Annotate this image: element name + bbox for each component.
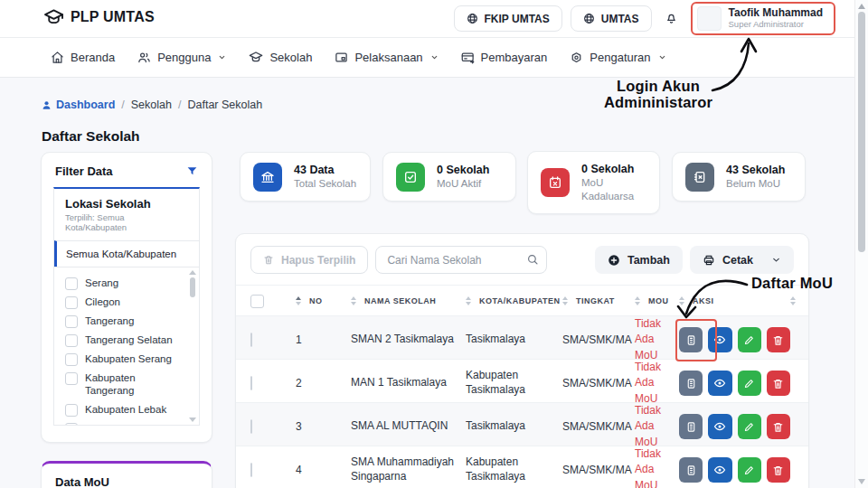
location-option[interactable]: Kabupaten Pandeglang bbox=[54, 419, 199, 425]
col-header-name[interactable]: NAMA SEKOLAH bbox=[364, 296, 436, 305]
checkbox[interactable] bbox=[65, 296, 78, 309]
mou-file-button[interactable] bbox=[679, 457, 703, 483]
scroll-down-icon[interactable] bbox=[858, 479, 865, 484]
delete-button[interactable] bbox=[767, 457, 790, 483]
users-icon bbox=[137, 51, 151, 64]
cell-level: SMA/SMK/MA bbox=[552, 377, 624, 389]
scroll-up-icon[interactable] bbox=[189, 270, 196, 275]
location-options-list[interactable]: Serang Cilegon Tangerang Tangerang Selat… bbox=[54, 267, 199, 425]
mou-file-button[interactable] bbox=[679, 371, 703, 396]
location-selected-note: Terpilih: Semua Kota/Kabupaten bbox=[54, 211, 199, 240]
location-option[interactable]: Cilegon bbox=[54, 293, 199, 312]
nav-item-pengaturan[interactable]: Pengaturan bbox=[570, 51, 665, 64]
breadcrumb-dashboard[interactable]: Dashboard bbox=[42, 99, 115, 111]
location-option[interactable]: Serang bbox=[54, 274, 199, 293]
sort-icon[interactable] bbox=[635, 296, 640, 305]
filter-title: Filter Data bbox=[55, 164, 113, 178]
row-checkbox[interactable] bbox=[250, 419, 252, 434]
select-all-checkbox[interactable] bbox=[250, 295, 264, 308]
print-button[interactable]: Cetak bbox=[690, 246, 794, 274]
edit-button[interactable] bbox=[738, 414, 761, 439]
location-option[interactable]: Kabupaten Lebak bbox=[54, 400, 199, 419]
row-checkbox[interactable] bbox=[250, 376, 252, 390]
checkbox[interactable] bbox=[65, 372, 78, 385]
col-header-no[interactable]: NO bbox=[309, 296, 323, 305]
checkbox[interactable] bbox=[65, 404, 78, 417]
checkbox[interactable] bbox=[65, 423, 78, 425]
view-button[interactable] bbox=[708, 414, 731, 439]
brand[interactable]: PLP UMTAS bbox=[43, 8, 155, 25]
cell-no: 3 bbox=[278, 420, 340, 433]
scroll-down-icon[interactable] bbox=[189, 418, 196, 422]
fkip-umtas-button[interactable]: FKIP UMTAS bbox=[454, 5, 562, 32]
umtas-button[interactable]: UMTAS bbox=[571, 5, 652, 32]
home-icon bbox=[51, 51, 64, 64]
cell-level: SMA/SMK/MA bbox=[552, 333, 624, 346]
sort-icon[interactable] bbox=[466, 296, 471, 305]
sort-icon[interactable] bbox=[296, 296, 301, 305]
checkbox[interactable] bbox=[65, 315, 78, 328]
col-header-level[interactable]: TINGKAT bbox=[576, 296, 615, 305]
chevron-down-icon bbox=[218, 53, 226, 61]
scroll-up-icon[interactable] bbox=[858, 4, 865, 9]
cell-city: Tasikmalaya bbox=[455, 419, 552, 434]
location-option[interactable]: Kabupaten Tangerang bbox=[54, 369, 199, 400]
view-button[interactable] bbox=[708, 371, 731, 396]
row-checkbox[interactable] bbox=[250, 333, 252, 347]
delete-selected-button[interactable]: Hapus Terpilih bbox=[250, 246, 368, 274]
sort-icon[interactable] bbox=[679, 296, 684, 305]
delete-button[interactable] bbox=[767, 327, 790, 352]
row-checkbox[interactable] bbox=[250, 463, 252, 477]
page-scrollbar[interactable] bbox=[854, 0, 868, 488]
cell-mou-status: Tidak Ada MoU bbox=[624, 403, 674, 450]
nav-item-sekolah[interactable]: Sekolah bbox=[249, 51, 312, 64]
mou-file-button[interactable] bbox=[679, 327, 703, 352]
cell-no: 1 bbox=[278, 333, 340, 346]
mou-file-button[interactable] bbox=[679, 414, 703, 439]
top-bar: PLP UMTAS FKIP UMTAS UMTAS bbox=[0, 0, 868, 38]
bell-icon[interactable] bbox=[665, 11, 678, 26]
nav-item-pembayaran[interactable]: Pembayaran bbox=[461, 51, 548, 64]
scroll-thumb[interactable] bbox=[190, 277, 195, 297]
sort-icon[interactable] bbox=[562, 296, 568, 305]
nav-item-beranda[interactable]: Beranda bbox=[51, 51, 115, 64]
breadcrumb-sekolah[interactable]: Sekolah bbox=[131, 99, 172, 111]
checkbox[interactable] bbox=[65, 334, 78, 347]
scroll-thumb[interactable] bbox=[858, 12, 865, 252]
school-table-panel: Hapus Terpilih Tambah Cetak NO NAMA SEKO bbox=[235, 233, 809, 488]
nav-item-pengguna[interactable]: Pengguna bbox=[137, 51, 226, 64]
sort-icon[interactable] bbox=[790, 296, 796, 305]
sort-icon[interactable] bbox=[351, 296, 356, 305]
breadcrumb: Dashboard / Sekolah / Daftar Sekolah bbox=[42, 99, 262, 111]
cell-level: SMA/SMK/MA bbox=[552, 420, 624, 433]
chevron-down-icon bbox=[658, 53, 666, 61]
col-header-city[interactable]: KOTA/KABUPATEN bbox=[479, 296, 561, 305]
edit-button[interactable] bbox=[738, 327, 761, 352]
add-button[interactable]: Tambah bbox=[595, 246, 683, 274]
view-button[interactable] bbox=[708, 327, 731, 352]
delete-button[interactable] bbox=[767, 414, 790, 439]
view-button[interactable] bbox=[708, 457, 731, 483]
table-toolbar: Hapus Terpilih Tambah Cetak bbox=[236, 234, 808, 285]
location-option[interactable]: Tangerang Selatan bbox=[54, 331, 199, 350]
col-header-mou[interactable]: MOU bbox=[648, 296, 669, 305]
edit-button[interactable] bbox=[738, 457, 761, 483]
location-option[interactable]: Kabupaten Serang bbox=[54, 350, 199, 369]
search-input[interactable] bbox=[375, 246, 547, 274]
delete-button[interactable] bbox=[767, 371, 790, 396]
stat-mou-kadaluarsa: 0 SekolahMoU Kadaluarsa bbox=[527, 151, 660, 214]
breadcrumb-separator: / bbox=[121, 99, 124, 111]
chevron-down-icon[interactable] bbox=[771, 255, 781, 265]
checkbox[interactable] bbox=[65, 353, 78, 366]
nav-item-pelaksanaan[interactable]: Pelaksanaan bbox=[335, 51, 438, 64]
cell-mou-status: Tidak Ada MoU bbox=[624, 360, 674, 407]
list-scrollbar[interactable] bbox=[188, 270, 196, 422]
location-option[interactable]: Tangerang bbox=[54, 312, 199, 331]
checkbox[interactable] bbox=[65, 277, 78, 290]
cell-school-name: SMA Muhammadiyah Singaparna bbox=[340, 455, 455, 483]
location-option-all[interactable]: Semua Kota/Kabupaten bbox=[54, 240, 199, 267]
filter-funnel-icon[interactable] bbox=[186, 165, 198, 177]
user-menu[interactable]: Taofik Muhammad Super Administrator bbox=[691, 2, 835, 35]
col-header-aksi[interactable]: AKSI bbox=[693, 296, 714, 305]
edit-button[interactable] bbox=[738, 371, 761, 396]
